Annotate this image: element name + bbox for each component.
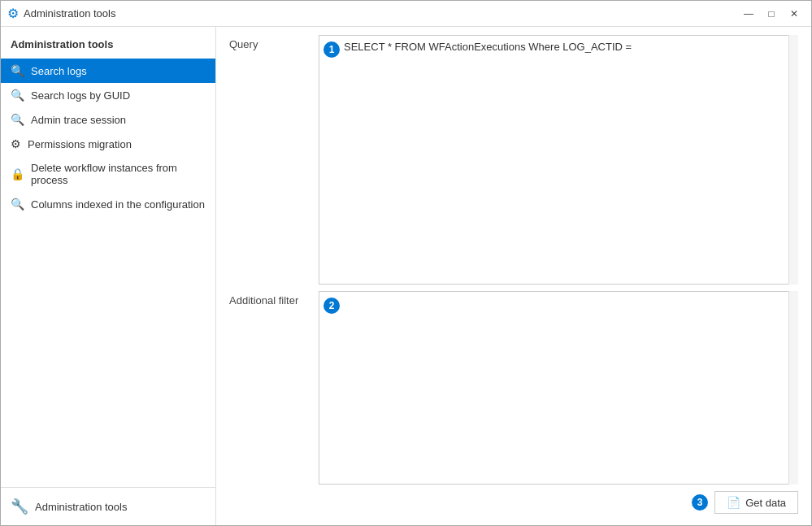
permissions-icon: ⚙ — [11, 137, 21, 150]
sidebar-item-label-permissions: Permissions migration — [28, 138, 132, 150]
sidebar-item-label-columns: Columns indexed in the configuration — [31, 198, 205, 211]
sidebar: Administration tools 🔍 Search logs 🔍 Sea… — [1, 27, 216, 525]
search-guid-icon: 🔍 — [11, 89, 24, 102]
query-row: Query 1 — [229, 35, 798, 285]
window-title: Administration tools — [24, 7, 115, 20]
filter-input[interactable] — [319, 291, 798, 485]
query-textarea-wrapper: 1 — [319, 35, 798, 285]
bottom-badge: 3 — [692, 494, 708, 511]
delete-workflow-icon: 🔒 — [11, 167, 24, 180]
filter-textarea-wrapper: 2 — [319, 291, 798, 485]
close-button[interactable]: ✕ — [784, 6, 805, 22]
sidebar-item-search-logs-guid[interactable]: 🔍 Search logs by GUID — [1, 83, 215, 107]
sections-container: Query 1 Additional filter 2 — [229, 35, 798, 485]
sidebar-item-label-search-logs: Search logs — [31, 65, 87, 77]
main-panel: Query 1 Additional filter 2 — [216, 27, 811, 525]
get-data-label: Get data — [745, 497, 786, 509]
sidebar-item-label-search-guid: Search logs by GUID — [31, 89, 130, 102]
query-scrollbar[interactable] — [788, 35, 798, 285]
maximize-button[interactable]: □ — [761, 6, 782, 22]
title-bar: ⚙ Administration tools — □ ✕ — [1, 1, 811, 27]
window-controls: — □ ✕ — [738, 6, 805, 22]
app-icon: ⚙ — [7, 6, 19, 21]
sidebar-item-label-admin-trace: Admin trace session — [31, 114, 126, 126]
sidebar-footer-label: Administration tools — [35, 501, 127, 513]
content-area: Administration tools 🔍 Search logs 🔍 Sea… — [1, 27, 811, 525]
sidebar-item-delete-workflow[interactable]: 🔒 Delete workflow instances from process — [1, 156, 215, 192]
admin-trace-icon: 🔍 — [11, 113, 24, 126]
search-logs-icon: 🔍 — [11, 64, 24, 77]
get-data-button[interactable]: 📄 Get data — [714, 491, 798, 514]
sidebar-item-permissions[interactable]: ⚙ Permissions migration — [1, 132, 215, 156]
sidebar-item-search-logs[interactable]: 🔍 Search logs — [1, 59, 215, 83]
main-window: ⚙ Administration tools — □ ✕ Administrat… — [0, 0, 812, 526]
sidebar-item-columns[interactable]: 🔍 Columns indexed in the configuration — [1, 192, 215, 216]
query-label: Query — [229, 35, 319, 285]
filter-label: Additional filter — [229, 291, 319, 485]
filter-scrollbar[interactable] — [788, 291, 798, 485]
sidebar-header: Administration tools — [1, 27, 215, 59]
title-bar-left: ⚙ Administration tools — [7, 6, 115, 21]
get-data-icon: 📄 — [727, 496, 740, 509]
query-input[interactable] — [319, 35, 798, 285]
minimize-button[interactable]: — — [738, 6, 759, 22]
sidebar-footer: 🔧 Administration tools — [1, 487, 215, 525]
filter-row: Additional filter 2 — [229, 291, 798, 485]
sidebar-items: 🔍 Search logs 🔍 Search logs by GUID 🔍 Ad… — [1, 59, 215, 487]
columns-icon: 🔍 — [11, 198, 24, 211]
sidebar-item-label-delete-workflow: Delete workflow instances from process — [31, 162, 206, 186]
sidebar-item-admin-trace[interactable]: 🔍 Admin trace session — [1, 107, 215, 132]
bottom-bar: 3 📄 Get data — [229, 485, 798, 517]
footer-icon: 🔧 — [11, 498, 28, 515]
